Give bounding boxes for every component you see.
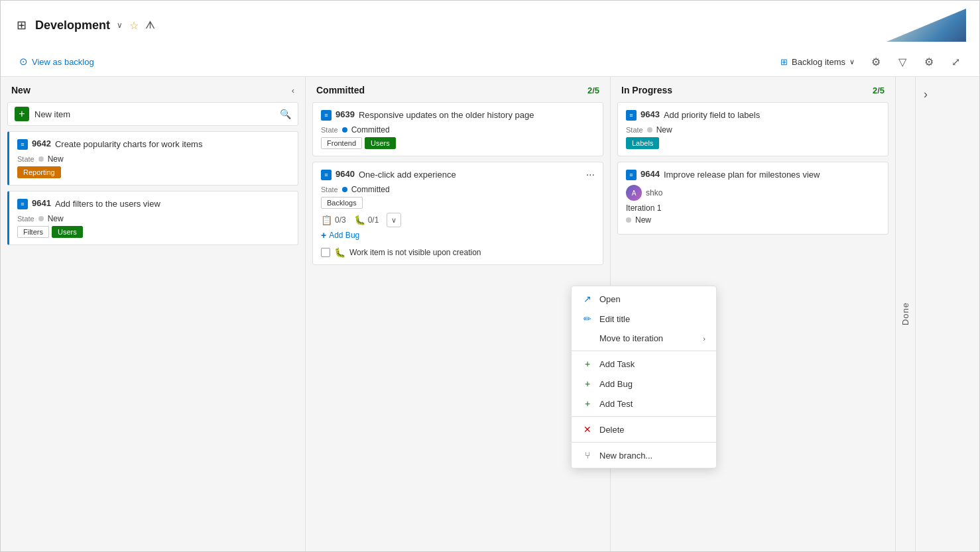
menu-add-task[interactable]: + Add Task (572, 354, 716, 374)
menu-delete-label: Delete (599, 425, 625, 435)
sliders-icon: ⚙ (871, 56, 881, 68)
filter-button[interactable]: ▽ (892, 51, 913, 72)
card-9641-tags: Filters Users (17, 226, 290, 238)
add-item-button[interactable]: + (15, 107, 29, 121)
bug-count: 🐛 0/1 (354, 215, 379, 225)
menu-new-branch-label: New branch... (599, 451, 652, 461)
menu-open-label: Open (599, 294, 621, 304)
card-9644-id: 9644 (641, 169, 660, 179)
tag-filters: Filters (17, 226, 49, 238)
card-9642-id: 9642 (32, 138, 51, 148)
card-9643-state-label: State (626, 126, 643, 134)
header-logo (887, 9, 966, 42)
card-9639[interactable]: ≡ 9639 Responsive updates on the older h… (312, 102, 603, 156)
column-done: Done (896, 77, 916, 551)
card-9641-state-text: New (48, 214, 64, 223)
menu-open[interactable]: ↗ Open (572, 289, 716, 309)
card-9639-state-row: State Committed (321, 125, 595, 135)
card-9644[interactable]: ≡ 9644 Improve release plan for mileston… (617, 162, 888, 235)
card-9643[interactable]: ≡ 9643 Add priority field to labels Stat… (617, 102, 888, 156)
header-top: ⊞ Development ∨ ☆ ᗑ (14, 9, 966, 42)
star-icon[interactable]: ☆ (129, 19, 139, 32)
app-frame: ⊞ Development ∨ ☆ ᗑ ⊙ View as backlog ⊞ … (0, 0, 980, 552)
card-9644-title: Improve release plan for milestones view (664, 169, 820, 181)
card-9643-tags: Labels (626, 137, 880, 149)
add-bug-menu-icon: + (582, 378, 593, 389)
column-new-collapse[interactable]: ‹ (292, 85, 294, 95)
card-9642-header: ≡ 9642 Create popularity charts for work… (17, 138, 290, 150)
board-title[interactable]: Development (35, 19, 110, 32)
bug-checkbox[interactable] (321, 248, 330, 257)
filter-settings-button[interactable]: ⚙ (865, 51, 887, 72)
header-left: ⊞ Development ∨ ☆ ᗑ (14, 18, 155, 32)
card-9641-type-icon: ≡ (17, 199, 28, 209)
card-9640[interactable]: ··· ≡ 9640 One-click add experience Stat… (312, 162, 603, 265)
column-committed-count: 2/5 (587, 85, 599, 95)
column-done-title: Done (900, 302, 910, 325)
card-9643-state-text: New (656, 125, 672, 135)
person-icon[interactable]: ᗑ (145, 19, 155, 31)
card-9642-state-label: State (17, 155, 34, 163)
card-9644-avatar: A (626, 185, 642, 201)
chevron-down-icon[interactable]: ∨ (117, 21, 123, 30)
menu-edit-title[interactable]: ✏ Edit title (572, 309, 716, 329)
backlog-grid-icon: ⊞ (780, 57, 788, 67)
column-new-header: New ‹ (1, 77, 305, 102)
column-committed-header: Committed 2/5 (306, 77, 610, 102)
add-bug-link[interactable]: + Add Bug (321, 227, 595, 243)
menu-separator-2 (572, 416, 716, 417)
expand-button[interactable]: ⤢ (945, 51, 966, 72)
card-9639-type-icon: ≡ (321, 110, 332, 121)
card-9640-title: One-click add experience (359, 169, 456, 181)
card-9644-assignee-text: shko (646, 188, 662, 197)
nav-arrow-right[interactable]: › (924, 87, 928, 101)
column-inprogress-header: In Progress 2/5 (611, 77, 895, 102)
card-9643-header: ≡ 9643 Add priority field to labels (626, 109, 880, 121)
menu-move-iteration[interactable]: Move to iteration › (572, 329, 716, 348)
card-9644-iteration-row: Iteration 1 (626, 203, 880, 213)
view-backlog-label: View as backlog (32, 57, 94, 67)
menu-new-branch[interactable]: ⑂ New branch... (572, 445, 716, 465)
view-backlog-button[interactable]: ⊙ View as backlog (14, 53, 99, 70)
card-9642-tags: Reporting (17, 166, 290, 178)
menu-delete[interactable]: ✕ Delete (572, 419, 716, 439)
menu-add-test[interactable]: + Add Test (572, 394, 716, 414)
card-9639-title: Responsive updates on the older history … (359, 109, 534, 121)
tag-users-9639: Users (365, 137, 396, 149)
board-icon: ⊞ (14, 18, 29, 32)
card-9639-tags: Frontend Users (321, 137, 595, 149)
card-9639-state-dot (342, 127, 347, 133)
card-9639-header: ≡ 9639 Responsive updates on the older h… (321, 109, 595, 121)
column-committed-body: ≡ 9639 Responsive updates on the older h… (306, 102, 610, 551)
card-9641[interactable]: ≡ 9641 Add filters to the users view Sta… (7, 191, 298, 245)
card-9640-more-button[interactable]: ··· (583, 168, 597, 182)
card-9642-state-row: State New (17, 154, 290, 164)
search-button[interactable]: 🔍 (280, 109, 291, 119)
card-9642[interactable]: ≡ 9642 Create popularity charts for work… (7, 131, 298, 186)
card-9639-state-text: Committed (351, 125, 390, 135)
card-9643-title: Add priority field to labels (664, 109, 760, 121)
add-test-icon: + (582, 398, 593, 409)
bug-count-label: 0/1 (368, 215, 379, 225)
tag-users-9641: Users (52, 226, 83, 238)
card-9642-title: Create popularity charts for work items (55, 138, 203, 150)
nav-arrow-right-col: › (916, 77, 936, 551)
tag-labels: Labels (626, 137, 659, 149)
menu-add-bug[interactable]: + Add Bug (572, 374, 716, 394)
submenu-chevron: › (703, 335, 705, 343)
column-committed-title: Committed (316, 85, 582, 95)
header: ⊞ Development ∨ ☆ ᗑ ⊙ View as backlog ⊞ … (1, 1, 979, 77)
card-9641-title: Add filters to the users view (55, 198, 160, 210)
card-9640-state-row: State Committed (321, 185, 595, 194)
task-count-label: 0/3 (335, 215, 346, 225)
backlog-items-button[interactable]: ⊞ Backlog items ∨ (775, 54, 860, 70)
settings-button[interactable]: ⚙ (918, 51, 940, 72)
menu-add-bug-label: Add Bug (599, 379, 633, 389)
expand-subitems-button[interactable]: ∨ (387, 213, 401, 227)
menu-move-iteration-left: Move to iteration (582, 333, 663, 343)
card-9644-state-dot (626, 217, 631, 223)
tag-reporting: Reporting (17, 166, 61, 178)
card-9644-header: ≡ 9644 Improve release plan for mileston… (626, 169, 880, 181)
bug-item-text: Work item is not visible upon creation (349, 248, 481, 257)
branch-icon: ⑂ (582, 450, 593, 461)
